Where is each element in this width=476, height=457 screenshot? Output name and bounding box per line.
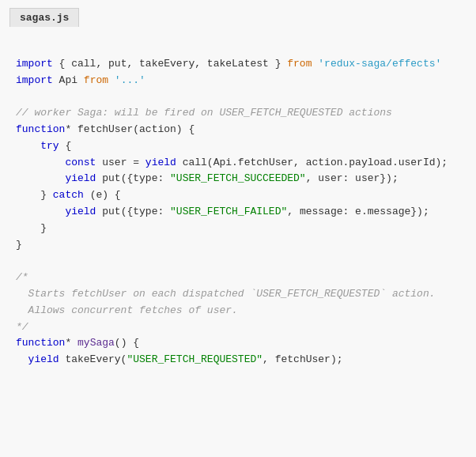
file-title: sagas.js — [9, 8, 79, 27]
code-line: /* — [16, 270, 460, 286]
code-line — [16, 40, 460, 56]
code-line: yield put({type: "USER_FETCH_SUCCEEDED",… — [16, 171, 460, 187]
code-line: */ — [16, 319, 460, 336]
code-block: import { call, put, takeEvery, takeLates… — [0, 27, 476, 384]
code-line: yield put({type: "USER_FETCH_FAILED", me… — [16, 204, 460, 221]
code-line: Allows concurrent fetches of user. — [16, 303, 460, 319]
code-line: } — [16, 221, 460, 237]
code-line: yield takeEvery("USER_FETCH_REQUESTED", … — [16, 352, 460, 368]
code-line: import Api from '...' — [16, 73, 460, 89]
code-line: Starts fetchUser on each dispatched `USE… — [16, 286, 460, 303]
code-line: import { call, put, takeEvery, takeLates… — [16, 56, 460, 73]
code-line: } catch (e) { — [16, 187, 460, 204]
code-line: function* fetchUser(action) { — [16, 122, 460, 138]
code-line: const user = yield call(Api.fetchUser, a… — [16, 155, 460, 172]
code-line: // worker Saga: will be fired on USER_FE… — [16, 105, 460, 122]
code-line: try { — [16, 138, 460, 155]
code-viewer: sagas.js import { call, put, takeEvery, … — [0, 0, 476, 457]
code-line: function* mySaga() { — [16, 335, 460, 352]
code-line — [16, 89, 460, 105]
code-line: } — [16, 237, 460, 254]
code-line — [16, 253, 460, 270]
